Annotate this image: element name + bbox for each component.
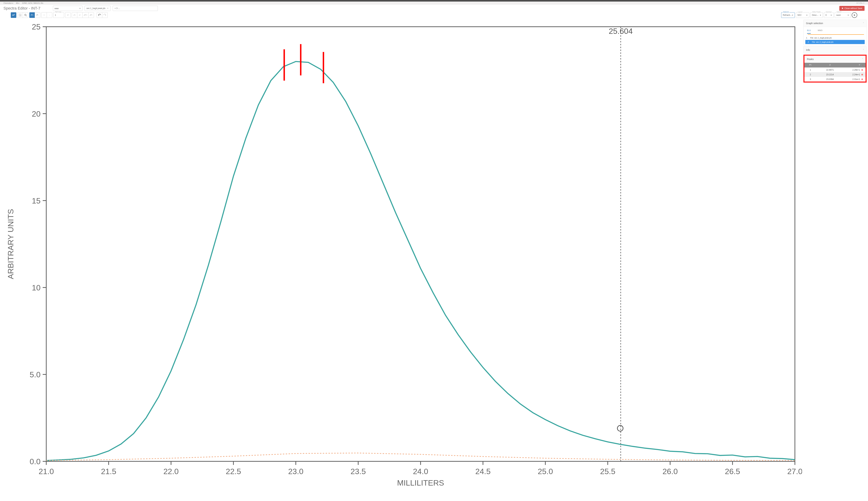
svg-text:10: 10 bbox=[32, 283, 40, 292]
peaks-panel: Peaks ˄ P+ X Y - 122.90712.29e+1⊗223.221… bbox=[804, 56, 866, 82]
svg-text:5.0: 5.0 bbox=[30, 370, 41, 379]
tool-line-button[interactable] bbox=[11, 12, 16, 18]
svg-text:22.5: 22.5 bbox=[226, 467, 241, 476]
info-panel: Info ˅ bbox=[803, 46, 867, 54]
svg-text:20: 20 bbox=[32, 109, 40, 118]
peak-x: 22.9071 bbox=[814, 69, 846, 71]
nav-app[interactable]: Chemotion ▾ bbox=[3, 2, 13, 4]
svg-text:26.5: 26.5 bbox=[725, 467, 740, 476]
peaks-header[interactable]: Peaks ˄ bbox=[804, 56, 866, 63]
browser-chrome: Chemotion ▾ All ▾ IUPAC, InChI, SMILES, … bbox=[0, 2, 868, 5]
submit-select[interactable]: Submit save ▼ bbox=[835, 12, 851, 18]
peak-x: 23.0394 bbox=[814, 78, 846, 81]
svg-text:25.604: 25.604 bbox=[609, 27, 632, 35]
peak-index: 1 bbox=[807, 69, 814, 71]
mode-select[interactable]: new ▼ bbox=[53, 6, 82, 11]
peaks-highlight-annotation: Peaks ˄ P+ X Y - 122.90712.29e+1⊗223.221… bbox=[803, 55, 867, 83]
svg-text:21.0: 21.0 bbox=[39, 467, 54, 476]
peaks-row[interactable]: 323.03942.31e+1⊗ bbox=[804, 77, 866, 82]
peak-x: 23.2214 bbox=[814, 73, 846, 76]
peak-y: 2.24e+1 bbox=[846, 73, 860, 76]
jminus-button[interactable]: J- bbox=[77, 12, 83, 18]
peak-add-button[interactable]: P+ bbox=[29, 12, 35, 18]
svg-text:22.0: 22.0 bbox=[163, 467, 179, 476]
orange-divider bbox=[808, 34, 864, 35]
detector-select[interactable]: Detector Refracti... ▼ bbox=[781, 12, 795, 18]
jpminus-button[interactable]: JP- bbox=[88, 12, 94, 18]
peak-index: 2 bbox=[807, 73, 814, 76]
open-file-tab[interactable]: sec.1_bagit.peak.jdx × bbox=[85, 6, 111, 11]
zoom-area-button[interactable] bbox=[17, 12, 23, 18]
svg-text:23.5: 23.5 bbox=[351, 467, 366, 476]
chevron-down-icon: ▼ bbox=[806, 14, 808, 16]
plus-button[interactable]: + bbox=[41, 12, 47, 18]
submit-run-button[interactable] bbox=[852, 12, 857, 18]
peak-y: 2.29e+1 bbox=[846, 69, 860, 71]
write-peaks-select[interactable]: Write Peaks Desc... ▼ bbox=[811, 12, 823, 18]
svg-line-4 bbox=[26, 15, 27, 17]
svg-line-2 bbox=[20, 15, 21, 16]
tab-mwd[interactable]: MWD bbox=[818, 29, 823, 34]
peaks-table-header: P+ X Y - bbox=[804, 63, 866, 67]
svg-text:0.0: 0.0 bbox=[30, 457, 41, 466]
svg-point-49 bbox=[617, 426, 623, 431]
graph-selection-header[interactable]: Graph selection ˄ bbox=[804, 20, 866, 27]
svg-text:26.0: 26.0 bbox=[662, 467, 678, 476]
chevron-up-icon: ˄ bbox=[862, 58, 863, 60]
chevron-up-icon: ˄ bbox=[863, 22, 864, 24]
svg-text:27.0: 27.0 bbox=[787, 467, 802, 476]
peak-remove-button[interactable]: P- bbox=[35, 12, 40, 18]
svg-marker-5 bbox=[854, 14, 855, 16]
x-button[interactable]: X bbox=[65, 12, 71, 18]
peaks-row[interactable]: 223.22142.24e+1⊗ bbox=[804, 72, 866, 77]
svg-text:24.5: 24.5 bbox=[475, 467, 491, 476]
file-item-2[interactable]: 2. File: sec.3_bagit.peak.jdx bbox=[805, 40, 865, 44]
delete-peak-icon[interactable]: ⊗ bbox=[860, 78, 863, 81]
svg-text:ARBITRARY UNITS: ARBITRARY UNITS bbox=[7, 209, 15, 279]
peaks-row[interactable]: 122.90712.29e+1⊗ bbox=[804, 67, 866, 72]
close-icon[interactable]: × bbox=[107, 7, 108, 10]
svg-text:25.0: 25.0 bbox=[538, 467, 553, 476]
redo-button[interactable] bbox=[102, 12, 108, 18]
ref-area-field[interactable]: Ref Area 1 bbox=[53, 12, 64, 18]
layout-select[interactable]: Layout SEC ▼ bbox=[796, 12, 809, 18]
chevron-down-icon: ▼ bbox=[830, 14, 832, 16]
undo-button[interactable] bbox=[97, 12, 102, 18]
chevron-down-icon: ▼ bbox=[79, 8, 81, 9]
svg-text:25: 25 bbox=[32, 22, 40, 31]
chevron-down-icon: ▼ bbox=[847, 14, 849, 16]
chevron-down-icon: ▼ bbox=[792, 14, 793, 16]
decimal-select[interactable]: Decimal 0 ▼ bbox=[824, 12, 834, 18]
svg-text:23.0: 23.0 bbox=[288, 467, 303, 476]
chevron-down-icon: ˅ bbox=[863, 49, 864, 51]
zoom-reset-button[interactable] bbox=[23, 12, 28, 18]
delete-peak-icon[interactable]: ⊗ bbox=[860, 68, 863, 71]
jpplus-button[interactable]: JP+ bbox=[82, 12, 88, 18]
close-without-save-button[interactable]: ✖ Close without Save bbox=[839, 6, 865, 11]
spectrum-chart[interactable]: 0.05.01015202521.021.522.022.523.023.524… bbox=[3, 20, 802, 490]
graph-selection-panel: Graph selection ˄ ELU MWD 1. File: sec.1… bbox=[803, 20, 867, 45]
nav-search-hint[interactable]: IUPAC, InChI, SMILES, RIn bbox=[22, 2, 43, 4]
close-icon: ✖ bbox=[841, 7, 843, 10]
file-item-1[interactable]: 1. File: sec.1_bagit.peak.jdx bbox=[804, 36, 866, 40]
nav-filter[interactable]: All ▾ bbox=[16, 2, 19, 4]
info-header[interactable]: Info ˅ bbox=[804, 46, 866, 53]
svg-text:MILLILITERS: MILLILITERS bbox=[397, 478, 444, 487]
svg-text:15: 15 bbox=[32, 196, 40, 205]
more-files-tab[interactable]: + 3 ... bbox=[113, 6, 158, 11]
svg-text:21.5: 21.5 bbox=[101, 467, 116, 476]
jplus-button[interactable]: J+ bbox=[72, 12, 77, 18]
minus-button[interactable]: - bbox=[47, 12, 52, 18]
page-title: Spectra Editor - INT-7 bbox=[3, 6, 40, 11]
chevron-down-icon: ▼ bbox=[819, 14, 821, 16]
svg-text:24.0: 24.0 bbox=[413, 467, 428, 476]
peak-y: 2.31e+1 bbox=[846, 78, 860, 81]
tab-elu[interactable]: ELU bbox=[807, 29, 811, 34]
delete-peak-icon[interactable]: ⊗ bbox=[860, 73, 863, 76]
svg-text:25.5: 25.5 bbox=[600, 467, 615, 476]
peak-index: 3 bbox=[807, 78, 814, 81]
